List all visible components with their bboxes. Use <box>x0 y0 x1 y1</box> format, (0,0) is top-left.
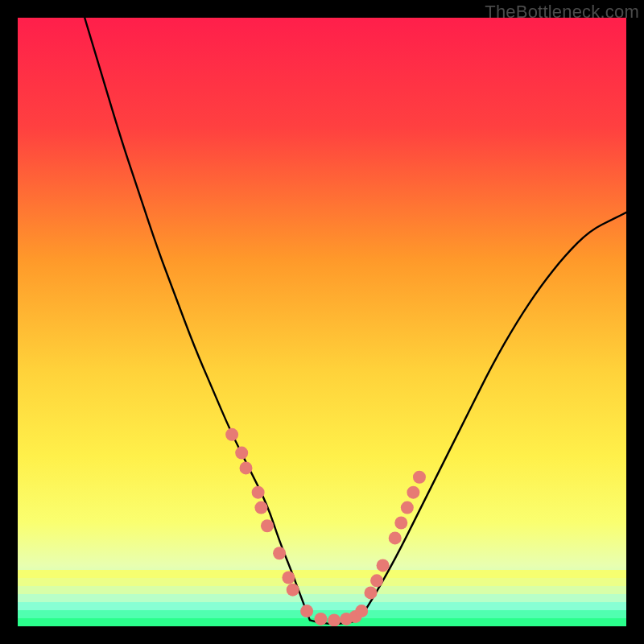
gradient-background <box>18 18 626 626</box>
marker-dot <box>355 605 368 617</box>
svg-rect-2 <box>18 586 626 595</box>
marker-dot <box>252 486 265 499</box>
marker-dot <box>254 502 267 514</box>
bottleneck-chart <box>18 18 626 626</box>
marker-dot <box>364 586 377 599</box>
watermark-text: TheBottleneck.com <box>485 2 639 23</box>
marker-dot <box>314 613 327 625</box>
svg-rect-1 <box>18 578 626 587</box>
marker-dot <box>413 471 426 484</box>
marker-dot <box>225 428 238 441</box>
marker-dot <box>377 559 390 572</box>
svg-rect-0 <box>18 570 626 579</box>
marker-dot <box>328 613 341 626</box>
marker-dot <box>300 605 313 617</box>
marker-dot <box>389 531 402 544</box>
marker-dot <box>394 516 407 529</box>
marker-dot <box>235 447 248 460</box>
marker-dot <box>370 574 383 587</box>
svg-rect-3 <box>18 594 626 603</box>
marker-dot <box>287 584 299 597</box>
marker-dot <box>401 502 414 514</box>
marker-dot <box>240 461 253 474</box>
svg-rect-4 <box>18 602 626 611</box>
marker-dot <box>261 519 274 532</box>
marker-dot <box>273 547 286 559</box>
chart-frame <box>18 18 626 626</box>
marker-dot <box>282 572 295 584</box>
marker-dot <box>407 486 419 499</box>
